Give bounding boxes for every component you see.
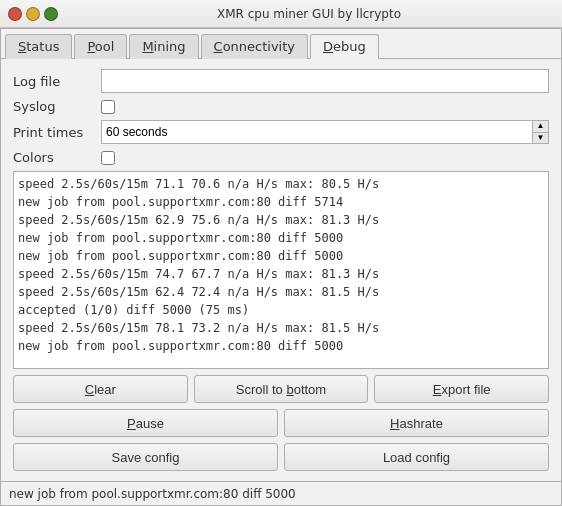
save-config-button[interactable]: Save config (13, 443, 278, 471)
statusbar: new job from pool.supportxmr.com:80 diff… (1, 481, 561, 505)
log-line: new job from pool.supportxmr.com:80 diff… (18, 337, 544, 355)
pause-button[interactable]: Pause (13, 409, 278, 437)
close-button[interactable] (8, 7, 22, 21)
spinner-down-button[interactable]: ▼ (533, 133, 548, 144)
hashrate-button[interactable]: Hashrate (284, 409, 549, 437)
tab-connectivity[interactable]: Connectivity (201, 34, 308, 59)
log-line: new job from pool.supportxmr.com:80 diff… (18, 247, 544, 265)
tab-debug[interactable]: Debug (310, 34, 379, 59)
colors-row: Colors (13, 150, 549, 165)
content-area: Log file Syslog Print times ▲ ▼ Colors (1, 59, 561, 481)
log-line: new job from pool.supportxmr.com:80 diff… (18, 193, 544, 211)
tab-status[interactable]: Status (5, 34, 72, 59)
log-line: speed 2.5s/60s/15m 71.1 70.6 n/a H/s max… (18, 175, 544, 193)
window-controls[interactable] (8, 7, 58, 21)
spinner-up-button[interactable]: ▲ (533, 121, 548, 133)
log-file-input[interactable] (101, 69, 549, 93)
syslog-row: Syslog (13, 99, 549, 114)
config-buttons-row: Save config Load config (13, 443, 549, 471)
pause-hashrate-row: Pause Hashrate (13, 409, 549, 437)
action-buttons-row: Clear Scroll to bottom Export file (13, 375, 549, 403)
log-line: speed 2.5s/60s/15m 62.4 72.4 n/a H/s max… (18, 283, 544, 301)
log-file-row: Log file (13, 69, 549, 93)
export-file-button[interactable]: Export file (374, 375, 549, 403)
tab-bar: Status Pool Mining Connectivity Debug (1, 29, 561, 59)
print-times-label: Print times (13, 125, 93, 140)
log-line: new job from pool.supportxmr.com:80 diff… (18, 229, 544, 247)
log-line: accepted (1/0) diff 5000 (75 ms) (18, 301, 544, 319)
maximize-button[interactable] (44, 7, 58, 21)
clear-button[interactable]: Clear (13, 375, 188, 403)
log-file-label: Log file (13, 74, 93, 89)
log-line: speed 2.5s/60s/15m 78.1 73.2 n/a H/s max… (18, 319, 544, 337)
statusbar-text: new job from pool.supportxmr.com:80 diff… (9, 487, 296, 501)
print-times-input[interactable] (102, 121, 532, 143)
tab-pool[interactable]: Pool (74, 34, 127, 59)
syslog-checkbox[interactable] (101, 100, 115, 114)
window-title: XMR cpu miner GUI by llcrypto (64, 7, 554, 21)
syslog-label: Syslog (13, 99, 93, 114)
log-line: speed 2.5s/60s/15m 74.7 67.7 n/a H/s max… (18, 265, 544, 283)
titlebar: XMR cpu miner GUI by llcrypto (0, 0, 562, 28)
minimize-button[interactable] (26, 7, 40, 21)
tab-mining[interactable]: Mining (129, 34, 198, 59)
colors-checkbox[interactable] (101, 151, 115, 165)
log-output[interactable]: speed 2.5s/60s/15m 71.1 70.6 n/a H/s max… (13, 171, 549, 369)
print-times-row: Print times ▲ ▼ (13, 120, 549, 144)
main-window: Status Pool Mining Connectivity Debug Lo… (0, 28, 562, 506)
print-times-spinner: ▲ ▼ (101, 120, 549, 144)
scroll-to-bottom-button[interactable]: Scroll to bottom (194, 375, 369, 403)
log-line: speed 2.5s/60s/15m 62.9 75.6 n/a H/s max… (18, 211, 544, 229)
load-config-button[interactable]: Load config (284, 443, 549, 471)
colors-label: Colors (13, 150, 93, 165)
spinner-buttons: ▲ ▼ (532, 121, 548, 143)
